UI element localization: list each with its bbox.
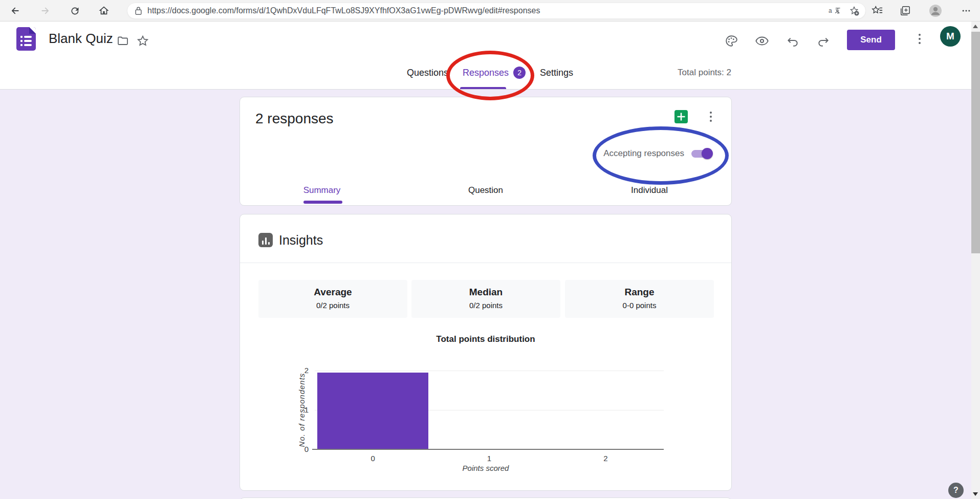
responses-more-menu-icon[interactable] [705,107,717,126]
scrollbar-thumb[interactable] [971,32,980,253]
stat-range: Range 0-0 points [565,280,714,318]
move-folder-icon[interactable] [114,32,132,50]
stat-value: 0-0 points [565,301,714,310]
scrollbar [971,21,980,499]
favorites-icon[interactable] [868,0,886,21]
chart-plot [315,371,664,449]
stat-value: 0/2 points [258,301,407,310]
scrollbar-down-arrow-icon[interactable] [973,492,978,496]
stat-value: 0/2 points [411,301,560,310]
logo-fold-shadow [29,27,36,34]
address-bar[interactable]: https://docs.google.com/forms/d/1QwhDxVd… [127,3,866,19]
tab-settings[interactable]: Settings [540,68,573,78]
tab-questions-label: Questions [407,68,448,78]
svg-text:a: a [829,7,832,14]
forms-logo[interactable] [16,27,36,51]
theme-palette-icon[interactable] [723,32,740,50]
insights-title: Insights [279,233,323,248]
total-points-label: Total points: 2 [678,56,731,89]
chart-title: Total points distribution [240,334,731,344]
responses-count-title: 2 responses [255,111,334,127]
refresh-icon[interactable] [66,0,83,21]
add-favorite-icon[interactable] [849,6,859,16]
preview-eye-icon[interactable] [753,32,771,50]
account-avatar[interactable]: M [940,26,961,47]
tab-settings-label: Settings [540,68,573,78]
translate-icon[interactable]: a [829,6,842,15]
main-tabs-row: Questions Responses 2 Settings Total poi… [0,56,980,90]
page-content: 2 responses Accepting responses Summary … [0,90,980,499]
accepting-responses-toggle[interactable] [691,150,712,158]
chart-y-tick-label: 2 [293,366,309,375]
stat-median: Median 0/2 points [411,280,560,318]
collections-icon[interactable] [897,0,914,21]
subtab-individual[interactable]: Individual [568,176,731,205]
insights-chart-icon [258,233,273,247]
browser-toolbar: https://docs.google.com/forms/d/1QwhDxVd… [0,0,980,21]
scrollbar-up-arrow-icon[interactable] [973,25,978,28]
tab-questions[interactable]: Questions [407,68,448,78]
document-title[interactable]: Blank Quiz [49,31,113,47]
chart-x-tick-label: 0 [358,454,388,463]
chart-y-tick-label: 0 [293,445,309,453]
chart-y-tick-label: 1 [293,405,309,414]
send-button[interactable]: Send [847,30,895,50]
undo-icon[interactable] [784,32,801,50]
tab-responses[interactable]: Responses 2 [463,67,526,79]
chart-x-tick-label: 2 [590,454,621,463]
active-tab-indicator [460,87,506,89]
responses-card: 2 responses Accepting responses Summary … [239,97,732,206]
more-menu-icon[interactable] [913,30,926,48]
url-text[interactable]: https://docs.google.com/forms/d/1QwhDxVd… [147,6,829,15]
chart-bar [317,373,428,449]
forms-header: Blank Quiz Send M [0,21,980,56]
divider [240,263,731,263]
back-icon[interactable] [7,0,24,21]
stat-average: Average 0/2 points [258,280,407,318]
chart-gridline [315,371,664,371]
stat-label: Range [565,287,714,298]
chart-x-tick-label: 1 [474,454,505,463]
subtab-question[interactable]: Question [404,176,568,205]
sheets-icon[interactable] [674,110,688,124]
profile-icon[interactable] [927,0,944,21]
home-icon[interactable] [95,0,113,21]
star-icon[interactable] [134,32,151,50]
redo-icon[interactable] [815,32,832,50]
screen: https://docs.google.com/forms/d/1QwhDxVd… [0,0,980,499]
help-button[interactable]: ? [948,483,964,498]
insights-card: Insights Average 0/2 points Median 0/2 p… [239,214,732,491]
forward-icon[interactable] [36,0,54,21]
chart-x-axis-label: Points scored [240,464,731,472]
settings-menu-icon[interactable] [957,0,975,21]
chart-x-axis-line [312,449,664,450]
stat-label: Average [258,287,407,298]
tab-responses-label: Responses [463,68,509,78]
subtab-active-indicator [303,201,342,204]
toggle-knob [702,148,713,159]
accepting-responses-control: Accepting responses [603,148,712,159]
accepting-responses-label: Accepting responses [603,148,684,159]
lock-icon [135,6,142,15]
responses-count-badge: 2 [513,67,526,79]
stat-label: Median [411,287,560,298]
